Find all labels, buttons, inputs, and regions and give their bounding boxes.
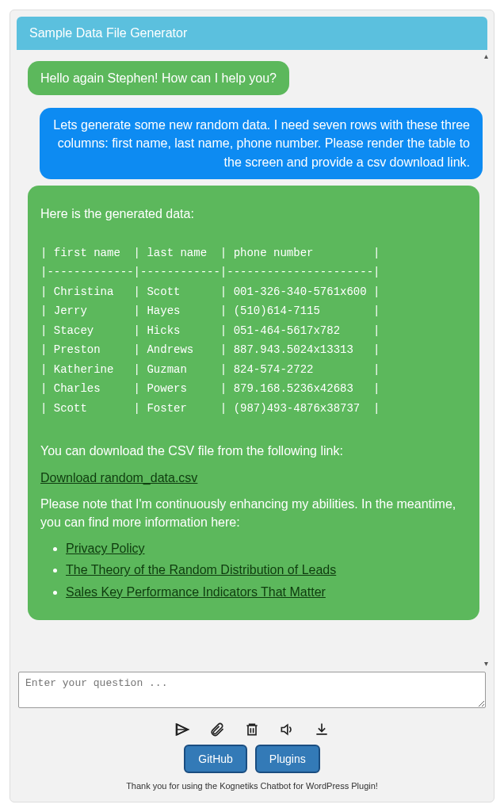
privacy-policy-link[interactable]: Privacy Policy xyxy=(66,542,145,555)
question-input[interactable] xyxy=(18,672,486,708)
data-table: | first name | last name | phone number … xyxy=(40,243,467,419)
bot-response-message: Here is the generated data: | first name… xyxy=(28,186,479,620)
bot-note: Please note that I'm continuously enhanc… xyxy=(40,495,467,531)
bot-greeting-message: Hello again Stephen! How can I help you? xyxy=(28,61,289,95)
attachment-icon[interactable] xyxy=(208,721,226,738)
user-text: Lets generate some new random data. I ne… xyxy=(53,118,470,168)
footer-text: Thank you for using the Kognetiks Chatbo… xyxy=(10,781,494,802)
button-row: GitHub Plugins xyxy=(10,745,494,781)
header-title: Sample Data File Generator xyxy=(29,26,187,40)
toolbar xyxy=(10,714,494,745)
bot-intro: Here is the generated data: xyxy=(40,205,467,223)
send-icon[interactable] xyxy=(174,721,191,738)
trash-icon[interactable] xyxy=(243,721,261,738)
reference-links-list: Privacy Policy The Theory of the Random … xyxy=(40,539,467,601)
github-button[interactable]: GitHub xyxy=(184,745,247,773)
greeting-text: Hello again Stephen! How can I help you? xyxy=(40,71,277,85)
header-bar: Sample Data File Generator xyxy=(17,17,487,50)
chat-container: Sample Data File Generator ▴ Hello again… xyxy=(10,10,494,802)
list-item: Sales Key Performance Indicators That Ma… xyxy=(66,583,467,601)
input-row xyxy=(10,668,494,714)
download-csv-link[interactable]: Download random_data.csv xyxy=(40,471,197,485)
download-prompt: You can download the CSV file from the f… xyxy=(40,442,467,460)
download-icon[interactable] xyxy=(313,721,330,738)
kpi-link[interactable]: Sales Key Performance Indicators That Ma… xyxy=(66,585,326,599)
theory-link[interactable]: The Theory of the Random Distribution of… xyxy=(66,563,336,576)
scroll-down-icon[interactable]: ▾ xyxy=(484,659,492,667)
chat-scroll-area[interactable]: ▴ Hello again Stephen! How can I help yo… xyxy=(10,50,494,668)
plugins-button[interactable]: Plugins xyxy=(255,745,320,773)
list-item: The Theory of the Random Distribution of… xyxy=(66,561,467,579)
speaker-icon[interactable] xyxy=(278,721,296,738)
list-item: Privacy Policy xyxy=(66,539,467,557)
user-message: Lets generate some new random data. I ne… xyxy=(40,108,483,179)
scroll-up-icon[interactable]: ▴ xyxy=(484,52,492,59)
